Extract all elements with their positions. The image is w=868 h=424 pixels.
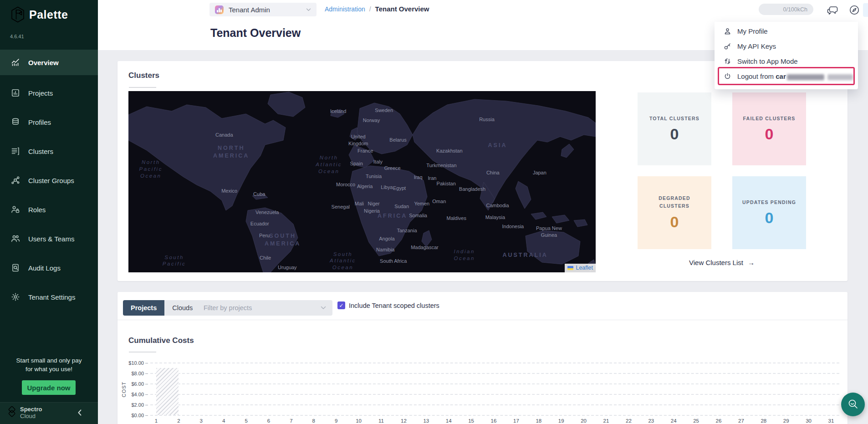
- stat-label: UPDATES PENDING: [742, 199, 796, 206]
- chevron-down-icon: [321, 306, 326, 310]
- tab-clouds[interactable]: Clouds: [164, 300, 200, 316]
- chart-x-tick-label: 23: [644, 418, 658, 424]
- tab-projects[interactable]: Projects: [123, 300, 164, 316]
- stat-card-updates-pending: UPDATES PENDING0: [732, 176, 806, 249]
- help-search-button[interactable]: [841, 393, 865, 416]
- stat-value: 0: [765, 209, 774, 227]
- clusters-heading: Clusters: [128, 71, 159, 80]
- scope-selector[interactable]: Tenant Admin: [209, 3, 317, 16]
- sidebar-item-tenant-settings[interactable]: Tenant Settings: [0, 284, 98, 310]
- sidebar-item-label: Cluster Groups: [28, 177, 74, 184]
- sidebar-item-profiles[interactable]: Profiles: [0, 109, 98, 135]
- sidebar-item-label: Users & Teams: [28, 235, 74, 243]
- chart-y-tick-label: $2.00: [117, 402, 144, 408]
- chart-gridline: [150, 394, 839, 395]
- magnifier-smile-icon: [847, 398, 859, 411]
- filter-by-projects-select[interactable]: Filter by projects: [197, 300, 332, 316]
- key-icon: [724, 42, 731, 50]
- chart-y-tick: [145, 394, 148, 395]
- world-map[interactable]: IcelandSwedenNorwayRussiaCanadaUnited Ki…: [128, 91, 596, 272]
- breadcrumb-administration-link[interactable]: Administration: [325, 5, 365, 13]
- page-title: Tenant Overview: [210, 26, 301, 40]
- footer-brand-name: Spectro Cloud: [20, 406, 42, 419]
- breadcrumb: Administration / Tenant Overview: [325, 5, 429, 13]
- stat-value: 0: [670, 213, 679, 231]
- chart-x-tick-label: 16: [487, 418, 500, 424]
- user-dropdown-menu: My ProfileMy API KeysSwitch to App ModeL…: [715, 22, 858, 89]
- chart-y-tick-label: $10.00: [117, 360, 144, 366]
- app-version: 4.6.41: [10, 34, 24, 39]
- sidebar-item-overview[interactable]: Overview: [0, 50, 98, 75]
- sidebar-item-label: Audit Logs: [28, 264, 61, 272]
- brand-name: Palette: [29, 8, 68, 21]
- sidebar-item-label: Profiles: [28, 118, 51, 126]
- chart-gridline: [150, 383, 839, 384]
- chart-x-tick-label: 20: [577, 418, 591, 424]
- scope-tabs: ProjectsClouds: [123, 300, 200, 316]
- chat-icon[interactable]: [827, 5, 839, 15]
- chart-x-tick-label: 28: [757, 418, 771, 424]
- menu-item-logout-from[interactable]: Logout from car: [715, 69, 858, 84]
- ukraine-flag-icon: [567, 266, 573, 270]
- chart-gridline: [150, 404, 839, 405]
- clusters-icon: [11, 147, 20, 156]
- chart-y-tick: [145, 373, 148, 374]
- menu-item-label: Switch to App Mode: [737, 57, 798, 65]
- chart-gridline: [150, 415, 839, 416]
- sidebar-item-label: Clusters: [28, 148, 53, 155]
- chart-x-tick-label: 4: [217, 418, 230, 424]
- menu-item-my-profile[interactable]: My Profile: [715, 24, 858, 39]
- chart-x-tick-label: 12: [397, 418, 410, 424]
- menu-item-my-api-keys[interactable]: My API Keys: [715, 39, 858, 54]
- menu-item-switch-to-app-mode[interactable]: Switch to App Mode: [715, 54, 858, 69]
- brand-logo: Palette: [11, 6, 68, 23]
- chart-x-tick-label: 22: [622, 418, 635, 424]
- stat-value: 0: [670, 125, 679, 143]
- world-map-svg: [128, 91, 596, 272]
- sidebar-footer: Spectro Cloud: [0, 402, 98, 424]
- sidebar-item-label: Tenant Settings: [28, 293, 75, 301]
- chart-x-tick-label: 6: [262, 418, 276, 424]
- include-tenant-scoped-checkbox[interactable]: ✓: [337, 301, 345, 309]
- chart-x-tick-label: 13: [419, 418, 433, 424]
- chart-x-tick-label: 8: [307, 418, 321, 424]
- chart-y-tick: [145, 384, 148, 384]
- upsell-text: Start small and only pay for what you us…: [0, 356, 98, 373]
- breadcrumb-separator: /: [369, 5, 371, 13]
- chart-x-tick-label: 10: [352, 418, 366, 424]
- stat-label: TOTAL CLUSTERS: [649, 115, 700, 123]
- chart-y-tick-label: $8.00: [117, 371, 144, 376]
- sidebar-item-clusters[interactable]: Clusters: [0, 138, 98, 164]
- whats-new-compass-icon[interactable]: [849, 5, 860, 15]
- overview-icon: [11, 58, 20, 67]
- view-clusters-list-link[interactable]: View Clusters List →: [638, 259, 806, 266]
- sidebar-item-cluster-groups[interactable]: Cluster Groups: [0, 168, 98, 193]
- chart-x-tick-label: 24: [667, 418, 680, 424]
- upgrade-now-button[interactable]: Upgrade now: [22, 380, 76, 395]
- chart-x-tick-label: 25: [689, 418, 703, 424]
- chevron-down-icon: [306, 8, 311, 11]
- chart-x-tick-label: 31: [824, 418, 838, 424]
- chart-x-tick-label: 19: [554, 418, 568, 424]
- chart-y-tick-label: $4.00: [117, 392, 144, 397]
- stat-label: DEGRADED CLUSTERS: [659, 194, 690, 210]
- leaflet-attribution[interactable]: Leaflet: [565, 264, 596, 272]
- sidebar-item-roles[interactable]: Roles: [0, 197, 98, 222]
- sidebar-item-label: Roles: [28, 206, 46, 214]
- profiles-icon: [11, 117, 20, 127]
- collapse-sidebar-icon[interactable]: [77, 409, 82, 416]
- sidebar-item-users-teams[interactable]: Users & Teams: [0, 226, 98, 251]
- chart-x-tick-label: 29: [779, 418, 793, 424]
- docs-button[interactable]: Docs: [863, 3, 868, 17]
- sidebar: Palette 4.6.41 OverviewProjectsProfilesC…: [0, 0, 98, 424]
- chart-y-tick: [145, 363, 148, 363]
- cluster-groups-icon: [11, 176, 20, 185]
- sidebar-item-projects[interactable]: Projects: [0, 80, 98, 106]
- chart-x-tick-label: 5: [240, 418, 253, 424]
- chart-x-tick-label: 17: [509, 418, 523, 424]
- menu-item-label: My Profile: [737, 27, 768, 35]
- sidebar-item-audit-logs[interactable]: Audit Logs: [0, 255, 98, 281]
- chart-y-tick: [145, 405, 148, 405]
- stat-label: FAILED CLUSTERS: [743, 115, 796, 123]
- chart-x-tick-label: 7: [284, 418, 298, 424]
